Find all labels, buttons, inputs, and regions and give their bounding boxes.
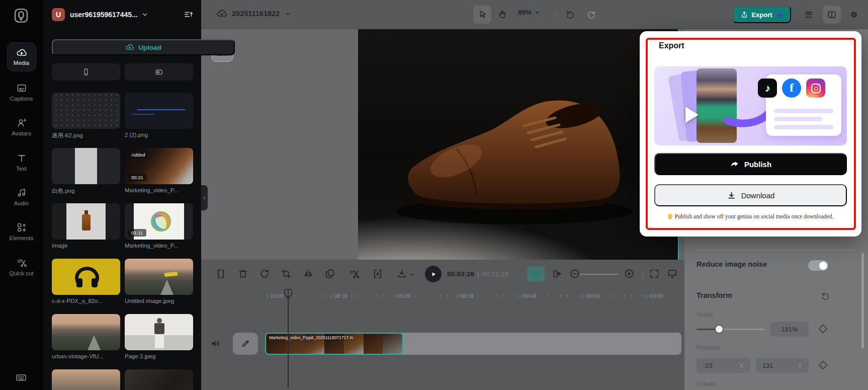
media-item[interactable]: c-d-x-PDX_a_82o... (52, 259, 120, 304)
music-note-icon (16, 187, 27, 198)
instagram-icon (806, 79, 825, 98)
preview-display-button[interactable] (667, 268, 679, 280)
position-x-field[interactable]: -23 X (697, 358, 750, 373)
duplicate-clip-button[interactable] (324, 268, 336, 280)
position-keyframe-button[interactable] (818, 360, 827, 369)
media-panel: U user961959617445... Upload 通用-62.png 2… (43, 0, 201, 390)
sidebar-item-label: Quick cut (8, 270, 35, 277)
left-rail: Media Captions Avatars Text Audio (0, 0, 43, 390)
section-divider (697, 250, 856, 251)
settings-button[interactable] (845, 6, 863, 24)
sidebar-item-quick-cut[interactable]: Quick cut (0, 257, 43, 277)
minus-circle-icon (569, 268, 580, 279)
panel-collapse-handle[interactable]: ‹ (201, 185, 208, 210)
hand-tool-button[interactable] (493, 6, 511, 24)
select-tool-button[interactable] (473, 6, 491, 24)
keyboard-shortcuts-icon[interactable] (15, 371, 27, 383)
render-queue-button[interactable] (800, 6, 818, 24)
insert-marker-button[interactable] (372, 268, 384, 280)
media-item-label: c-d-x-PDX_a_82o... (52, 298, 120, 304)
play-button[interactable] (425, 266, 442, 282)
fit-timeline-button[interactable] (649, 268, 661, 280)
media-item[interactable]: Untitled image.jpeg (125, 259, 193, 304)
rotate-clip-button[interactable] (259, 268, 271, 280)
media-item[interactable]: 白色.png (52, 148, 120, 195)
sidebar-item-text[interactable]: Text (0, 152, 43, 172)
sidebar-item-elements[interactable]: Elements (0, 222, 43, 242)
time-display: 00:03:26|00:21:18 (447, 270, 508, 278)
flip-icon (303, 268, 314, 279)
redo-button[interactable] (582, 6, 600, 24)
crop-clip-button[interactable] (281, 268, 293, 280)
video-editor-app: Media Captions Avatars Text Audio (0, 0, 868, 390)
track-bar[interactable]: Marketing_video_Pippit_20251116071717.m (265, 333, 681, 355)
delete-clip-button[interactable] (237, 268, 249, 280)
chevron-down-icon[interactable] (408, 271, 415, 278)
media-item[interactable]: image (52, 203, 120, 249)
trim-icon (551, 268, 562, 279)
user-account-row[interactable]: U user961959617445... (52, 7, 194, 22)
timeline-zoom-in-button[interactable] (624, 268, 636, 280)
media-item[interactable] (52, 369, 120, 390)
playhead-line[interactable] (288, 290, 289, 388)
media-item[interactable]: Page 2.jpeg (125, 314, 193, 359)
video-frame[interactable] (358, 29, 679, 260)
undo-button[interactable] (561, 6, 579, 24)
media-item[interactable]: Added 00:21 Marketing_video_P... (125, 148, 193, 193)
cloud-saved-icon (216, 8, 227, 19)
filter-landscape-button[interactable] (125, 63, 193, 81)
sidebar-item-captions[interactable]: Captions (0, 83, 43, 102)
auto-captions-button[interactable] (527, 266, 545, 282)
publish-label: Publish (744, 160, 771, 169)
media-item[interactable]: 通用-62.png (52, 93, 120, 139)
position-y-field[interactable]: 131 Y (756, 358, 809, 373)
download-button[interactable]: Download (654, 184, 847, 206)
lightbulb-icon (668, 214, 672, 218)
scale-keyframe-button[interactable] (818, 324, 827, 333)
scale-slider-track[interactable] (697, 329, 765, 330)
download-clip-button[interactable] (396, 268, 408, 280)
scale-slider-knob[interactable] (715, 325, 724, 334)
media-thumbnail: Added 00:21 (125, 148, 193, 184)
crop-icon (281, 268, 292, 279)
upload-button[interactable]: Upload (52, 39, 235, 55)
panel-scrollbar[interactable] (861, 253, 864, 348)
scale-value-field[interactable]: 191% (770, 322, 809, 337)
sidebar-item-label: Captions (10, 96, 33, 102)
media-item[interactable]: 01:11 Marketing_video_P... (125, 203, 193, 249)
preview-canvas[interactable]: 16:9 (201, 29, 684, 260)
project-title-group[interactable]: 202511161822 (216, 8, 292, 19)
sidebar-item-label: Audio (14, 200, 29, 207)
media-item-label: image (52, 243, 120, 249)
video-clip[interactable]: Marketing_video_Pippit_20251116071717.m (265, 333, 403, 355)
cursor-icon (477, 10, 487, 20)
timeline-ruler[interactable]: 00:00 00:10 00:20 00:30 00:40 00:50 01:0… (201, 289, 684, 304)
filter-portrait-button[interactable] (52, 63, 120, 81)
reset-transform-icon[interactable] (821, 291, 830, 301)
canvas-zoom-control[interactable]: 89% (518, 9, 541, 16)
publish-button[interactable]: Publish (654, 153, 847, 175)
redo-icon (586, 10, 596, 20)
sidebar-item-audio[interactable]: Audio (0, 187, 43, 207)
reduce-noise-toggle[interactable] (808, 260, 828, 271)
ruler-label: 00:00 (267, 293, 284, 299)
export-button[interactable]: Export (733, 6, 791, 23)
timeline-zoom-slider[interactable] (579, 274, 619, 275)
export-footnote: Publish and show off your genius on soci… (640, 213, 861, 219)
mirror-clip-button[interactable] (303, 268, 315, 280)
split-clip-button[interactable] (215, 268, 227, 280)
sidebar-item-media[interactable]: Media (0, 42, 43, 71)
frame-icon (154, 67, 163, 76)
quick-split-button[interactable] (349, 268, 361, 280)
toggle-panel-button[interactable] (823, 6, 841, 24)
insert-icon (372, 268, 383, 279)
sidebar-item-avatars[interactable]: Avatars (0, 117, 43, 137)
app-logo-icon[interactable] (12, 7, 30, 25)
media-item[interactable]: 2 (2).png (125, 93, 193, 138)
mute-track-icon[interactable] (210, 338, 221, 349)
trim-preview-button[interactable] (551, 268, 563, 280)
sort-icon[interactable] (184, 10, 194, 20)
media-item[interactable]: urban-vintage-VfU... (52, 314, 120, 359)
media-item[interactable] (125, 369, 193, 390)
edit-track-button[interactable] (233, 333, 258, 355)
